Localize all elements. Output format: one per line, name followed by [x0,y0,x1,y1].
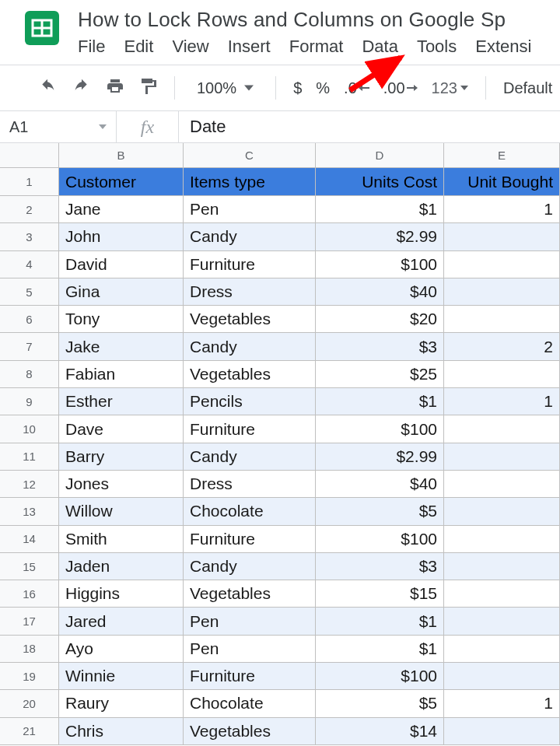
cell[interactable] [444,471,560,498]
cell[interactable]: Raury [59,690,184,717]
cell[interactable]: $1 [316,196,444,223]
cell[interactable]: Higgins [59,580,184,608]
row-header[interactable]: 4 [0,251,59,278]
column-header-D[interactable]: D [316,143,444,168]
cell[interactable]: Ayo [59,636,184,663]
cell[interactable]: $100 [316,251,444,278]
cell[interactable]: Dress [184,471,316,498]
cell[interactable]: Vegetables [184,361,316,388]
row-header[interactable]: 2 [0,196,59,223]
row-header[interactable]: 6 [0,306,59,333]
cell[interactable] [444,306,560,333]
cell[interactable] [444,223,560,250]
row-header[interactable]: 19 [0,663,59,690]
cell[interactable]: $40 [316,278,444,306]
row-header[interactable]: 18 [0,636,59,663]
zoom-level-dropdown[interactable]: 100% [192,79,258,97]
cell[interactable]: Vegetables [184,580,316,608]
cell[interactable]: Jake [59,333,184,360]
row-header[interactable]: 11 [0,443,59,471]
paint-format-icon[interactable] [138,77,157,100]
cell[interactable]: 1 [444,690,560,717]
column-header-E[interactable]: E [444,143,560,168]
row-header[interactable]: 13 [0,498,59,525]
menu-data[interactable]: Data [362,37,397,57]
cell[interactable]: $5 [316,690,444,717]
decrease-decimal-button[interactable]: .0 [344,79,369,97]
cell[interactable]: $15 [316,580,444,608]
row-header[interactable]: 3 [0,223,59,250]
menu-tools[interactable]: Tools [417,37,457,57]
cell[interactable]: Esther [59,388,184,415]
row-header[interactable]: 10 [0,415,59,443]
cell[interactable]: $40 [316,471,444,498]
cell[interactable] [444,526,560,553]
cell[interactable]: Jared [59,608,184,635]
cell[interactable]: Jane [59,196,184,223]
cell[interactable]: Barry [59,443,184,471]
row-header[interactable]: 20 [0,690,59,717]
cell[interactable] [444,553,560,580]
menu-insert[interactable]: Insert [228,37,271,57]
cell[interactable]: Units Cost [316,168,444,196]
cell[interactable]: $25 [316,361,444,388]
cell[interactable]: Smith [59,526,184,553]
cell[interactable]: $1 [316,608,444,635]
cell[interactable]: Jones [59,471,184,498]
cell[interactable] [444,443,560,471]
row-header[interactable]: 12 [0,471,59,498]
menu-extensions[interactable]: Extensi [475,37,531,57]
cell[interactable]: Winnie [59,663,184,690]
cell[interactable]: Dress [184,278,316,306]
cell[interactable]: Customer [59,168,184,196]
cell[interactable]: Pen [184,636,316,663]
cell[interactable]: Chris [59,718,184,745]
cell[interactable]: Fabian [59,361,184,388]
row-header[interactable]: 14 [0,526,59,553]
cell[interactable] [444,415,560,443]
cell[interactable]: $20 [316,306,444,333]
row-header[interactable]: 1 [0,168,59,196]
cell[interactable] [444,580,560,608]
row-header[interactable]: 17 [0,608,59,635]
cell[interactable] [444,251,560,278]
cell[interactable]: Furniture [184,526,316,553]
cell[interactable]: 1 [444,388,560,415]
cell[interactable]: Candy [184,333,316,360]
cell[interactable]: Pen [184,196,316,223]
cell[interactable] [444,608,560,635]
undo-icon[interactable] [37,79,58,98]
cell[interactable]: Furniture [184,415,316,443]
row-header[interactable]: 21 [0,718,59,745]
cell[interactable]: $3 [316,333,444,360]
cell[interactable]: Gina [59,278,184,306]
menu-format[interactable]: Format [289,37,344,57]
cell[interactable]: Unit Bought [444,168,560,196]
cell[interactable] [444,361,560,388]
cell[interactable]: 2 [444,333,560,360]
cell[interactable]: Candy [184,443,316,471]
row-header[interactable]: 9 [0,388,59,415]
menu-edit[interactable]: Edit [124,37,153,57]
row-header[interactable]: 8 [0,361,59,388]
cell[interactable]: $2.99 [316,443,444,471]
cell[interactable]: Jaden [59,553,184,580]
name-box[interactable]: A1 [0,111,117,142]
cell[interactable]: Vegetables [184,306,316,333]
cell[interactable]: $100 [316,526,444,553]
cell[interactable]: 1 [444,196,560,223]
menu-view[interactable]: View [172,37,208,57]
cell[interactable]: David [59,251,184,278]
cell[interactable]: $1 [316,388,444,415]
row-header[interactable]: 7 [0,333,59,360]
cell[interactable]: $14 [316,718,444,745]
column-header-C[interactable]: C [184,143,316,168]
print-icon[interactable] [106,77,124,100]
cell[interactable]: Furniture [184,251,316,278]
cell[interactable] [444,636,560,663]
cell[interactable]: Willow [59,498,184,525]
cell[interactable]: Pen [184,608,316,635]
menu-file[interactable]: File [78,37,105,57]
row-header[interactable]: 5 [0,278,59,306]
row-header[interactable]: 15 [0,553,59,580]
